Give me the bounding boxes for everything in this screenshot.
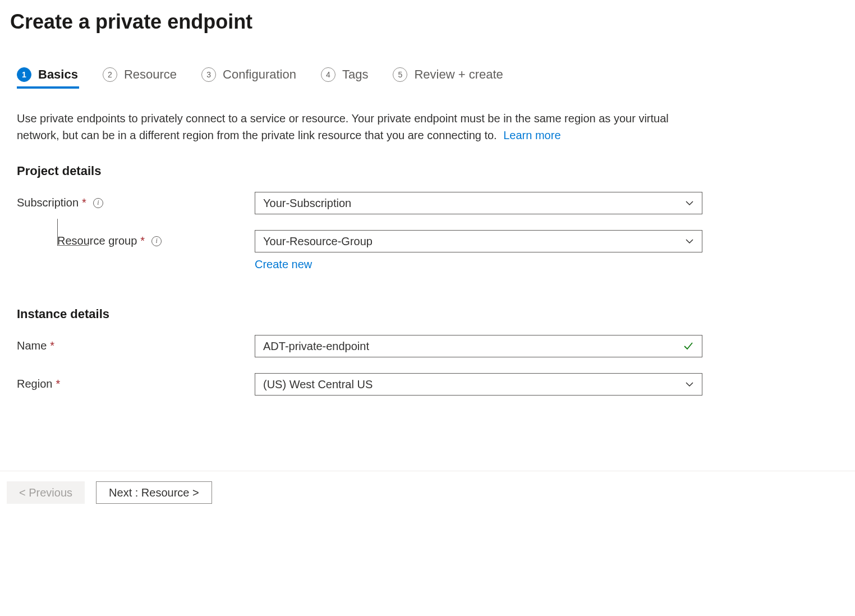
- tab-step-number: 3: [201, 67, 216, 82]
- field-subscription: Subscription * i Your-Subscription: [17, 192, 845, 214]
- description-text: Use private endpoints to privately conne…: [17, 112, 669, 141]
- indent-connector: [57, 219, 89, 246]
- chevron-down-icon: [685, 380, 694, 389]
- tab-review-create[interactable]: 5 Review + create: [393, 67, 503, 89]
- subscription-label: Subscription: [17, 196, 79, 209]
- required-indicator: *: [82, 196, 86, 209]
- subscription-select[interactable]: Your-Subscription: [255, 192, 702, 214]
- info-icon[interactable]: i: [151, 236, 162, 246]
- info-icon[interactable]: i: [93, 198, 103, 208]
- tab-configuration[interactable]: 3 Configuration: [201, 67, 296, 89]
- footer-buttons: < Previous Next : Resource >: [7, 481, 212, 504]
- tab-step-number: 1: [17, 67, 31, 82]
- tab-description: Use private endpoints to privately conne…: [17, 110, 688, 144]
- resource-group-select[interactable]: Your-Resource-Group: [255, 230, 702, 252]
- chevron-down-icon: [685, 199, 694, 208]
- field-name: Name * ADT-private-endpoint: [17, 335, 845, 357]
- region-value: (US) West Central US: [263, 378, 373, 391]
- required-indicator: *: [56, 378, 60, 390]
- create-new-resource-group-link[interactable]: Create new: [255, 258, 312, 271]
- check-icon: [683, 341, 694, 352]
- tab-label: Basics: [38, 67, 78, 82]
- tab-step-number: 5: [393, 67, 407, 82]
- next-button[interactable]: Next : Resource >: [96, 481, 212, 504]
- required-indicator: *: [50, 339, 54, 352]
- required-indicator: *: [140, 235, 145, 247]
- region-label: Region: [17, 378, 52, 390]
- name-label: Name: [17, 339, 47, 352]
- section-title-instance-details: Instance details: [17, 307, 845, 321]
- chevron-down-icon: [685, 237, 694, 246]
- resource-group-value: Your-Resource-Group: [263, 235, 373, 248]
- region-select[interactable]: (US) West Central US: [255, 373, 702, 396]
- tab-basics[interactable]: 1 Basics: [17, 67, 78, 89]
- tab-step-number: 4: [321, 67, 335, 82]
- tab-label: Review + create: [414, 67, 503, 82]
- page-title: Create a private endpoint: [10, 10, 845, 34]
- field-resource-group: Resource group * i Your-Resource-Group C…: [17, 230, 845, 271]
- tab-label: Configuration: [223, 67, 296, 82]
- name-input[interactable]: ADT-private-endpoint: [255, 335, 702, 357]
- subscription-value: Your-Subscription: [263, 197, 351, 210]
- tab-resource[interactable]: 2 Resource: [103, 67, 177, 89]
- previous-button: < Previous: [7, 481, 85, 504]
- tab-tags[interactable]: 4 Tags: [321, 67, 368, 89]
- tab-label: Resource: [124, 67, 177, 82]
- field-region: Region * (US) West Central US: [17, 373, 845, 396]
- name-value: ADT-private-endpoint: [263, 340, 369, 353]
- footer-divider: [0, 471, 855, 471]
- tab-label: Tags: [342, 67, 368, 82]
- section-title-project-details: Project details: [17, 164, 845, 178]
- tab-step-number: 2: [103, 67, 117, 82]
- learn-more-link[interactable]: Learn more: [503, 129, 560, 141]
- wizard-tabs: 1 Basics 2 Resource 3 Configuration 4 Ta…: [17, 67, 845, 89]
